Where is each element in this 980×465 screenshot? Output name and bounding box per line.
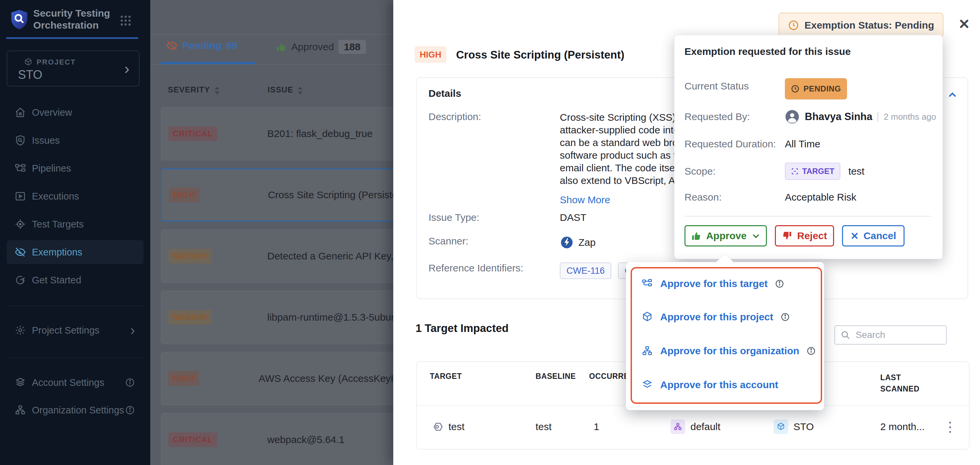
duration-label: Requested Duration: bbox=[684, 136, 776, 152]
chevron-down-icon bbox=[751, 231, 760, 240]
app-title: Security Testing Orchestration bbox=[33, 7, 133, 31]
menu-item-approve-target[interactable]: Approve for this target bbox=[641, 274, 784, 293]
column-issue[interactable]: ISSUE bbox=[267, 85, 303, 95]
tab-label: Approved bbox=[291, 41, 334, 53]
thumbs-down-icon bbox=[782, 231, 792, 241]
severity-badge-high: HIGH bbox=[415, 46, 447, 63]
requested-by-value: Bhavya Sinha 2 months ago bbox=[785, 109, 936, 125]
tab-pending[interactable]: Pending 65 bbox=[166, 40, 237, 51]
divider bbox=[150, 34, 393, 35]
col-target: TARGET bbox=[430, 372, 462, 381]
sidebar-accent-bar bbox=[6, 37, 138, 39]
issue-row[interactable]: MEDIUM libpam-runtime@1.5.3-5ubuntu5.1 bbox=[161, 291, 393, 344]
zap-scanner-icon bbox=[560, 236, 574, 250]
info-icon bbox=[125, 405, 135, 415]
pill-label: Exemption Status: Pending bbox=[805, 20, 934, 31]
clock-icon bbox=[788, 20, 799, 31]
play-icon bbox=[14, 191, 26, 202]
app-logo-shield-icon bbox=[9, 9, 30, 30]
sidebar-item-pipelines[interactable]: Pipelines bbox=[0, 154, 150, 182]
hexagon-target-icon bbox=[431, 421, 443, 433]
target-pipeline-icon bbox=[641, 278, 653, 289]
tab-approved[interactable]: Approved 188 bbox=[276, 40, 366, 54]
project-label: PROJECT bbox=[37, 58, 76, 67]
sidebar-item-project-settings[interactable]: Project Settings › bbox=[0, 316, 150, 344]
sidebar-item-test-targets[interactable]: Test Targets bbox=[0, 210, 150, 238]
target-cell[interactable]: test bbox=[431, 419, 465, 435]
issue-row[interactable]: CRITICAL B201: flask_debug_true bbox=[161, 107, 393, 160]
sidebar-item-label: Project Settings bbox=[32, 325, 99, 336]
sidebar-item-get-started[interactable]: Get Started bbox=[0, 266, 150, 294]
search-input[interactable] bbox=[855, 329, 936, 341]
avatar bbox=[785, 110, 800, 124]
col-baseline: BASELINE bbox=[536, 372, 576, 381]
org-chart-icon bbox=[641, 345, 653, 357]
approve-scope-dropdown: Approve for this target Approve for this… bbox=[626, 262, 824, 410]
sort-icon bbox=[214, 86, 220, 95]
kebab-menu-icon[interactable]: ⋮ bbox=[943, 419, 957, 435]
issue-row-selected[interactable]: HIGH Cross Site Scripting (Persistent) bbox=[161, 168, 393, 221]
sidebar-item-overview[interactable]: Overview bbox=[0, 99, 150, 126]
menu-item-label: Approve for this account bbox=[660, 379, 778, 390]
layers-icon bbox=[641, 379, 653, 390]
issue-title: B201: flask_debug_true bbox=[267, 128, 373, 139]
severity-badge: MEDIUM bbox=[168, 249, 212, 263]
sidebar-item-label: Executions bbox=[32, 191, 79, 202]
scanner-label: Scanner: bbox=[428, 236, 468, 247]
scope-label: Scope: bbox=[684, 163, 715, 179]
sidebar-item-label: Overview bbox=[32, 107, 72, 118]
menu-item-approve-project[interactable]: Approve for this project bbox=[641, 308, 790, 326]
show-more-link[interactable]: Show More bbox=[560, 194, 610, 205]
sidebar-item-label: Account Settings bbox=[32, 377, 104, 388]
get-started-icon bbox=[14, 274, 26, 286]
sidebar-item-executions[interactable]: Executions bbox=[0, 182, 150, 210]
layers-icon bbox=[14, 377, 26, 388]
eye-off-icon bbox=[14, 247, 26, 258]
target-scan-icon bbox=[791, 167, 799, 175]
info-icon bbox=[807, 346, 816, 355]
cancel-button[interactable]: ✕ Cancel bbox=[842, 225, 905, 247]
menu-item-approve-account[interactable]: Approve for this account bbox=[641, 376, 778, 394]
column-severity[interactable]: SEVERITY bbox=[168, 85, 220, 95]
sidebar-nav: Overview Issues Pipelines Executions Tes… bbox=[0, 99, 150, 294]
issue-title: AWS Access Key (AccessKeyId=AKIA... bbox=[259, 373, 393, 384]
reason-label: Reason: bbox=[684, 189, 722, 205]
info-icon bbox=[125, 377, 135, 387]
sidebar-item-account-settings[interactable]: Account Settings bbox=[0, 369, 150, 397]
sidebar-item-exemptions[interactable]: Exemptions bbox=[0, 238, 150, 266]
cube-icon bbox=[24, 58, 33, 67]
org-cell: default bbox=[670, 419, 721, 435]
issue-list: CRITICAL B201: flask_debug_true HIGH Cro… bbox=[161, 107, 393, 465]
issue-row[interactable]: HIGH AWS Access Key (AccessKeyId=AKIA... bbox=[161, 352, 393, 405]
exemption-status-pill[interactable]: Exemption Status: Pending bbox=[778, 13, 943, 38]
issues-shield-icon bbox=[14, 135, 26, 146]
sidebar-item-organization-settings[interactable]: Organization Settings bbox=[0, 396, 150, 424]
menu-item-label: Approve for this project bbox=[660, 311, 773, 323]
sidebar-item-label: Organization Settings bbox=[32, 405, 124, 416]
targets-search[interactable] bbox=[834, 325, 947, 345]
module-grid-icon[interactable] bbox=[119, 14, 132, 27]
home-icon bbox=[14, 107, 26, 118]
scope-value: TARGET test bbox=[785, 163, 864, 179]
issue-row[interactable]: CRITICAL webpack@5.64.1 bbox=[161, 413, 393, 465]
reference-chip[interactable]: CWE-116 bbox=[560, 263, 611, 279]
close-icon[interactable]: ✕ bbox=[958, 16, 970, 32]
menu-item-approve-organization[interactable]: Approve for this organization bbox=[641, 342, 816, 360]
x-icon: ✕ bbox=[850, 230, 859, 242]
popover-header: Exemption requested for this issue bbox=[684, 46, 851, 57]
issue-title: Detected a Generic API Key, potential... bbox=[267, 250, 393, 262]
sidebar-item-issues[interactable]: Issues bbox=[0, 126, 150, 154]
reject-button[interactable]: Reject bbox=[775, 225, 834, 247]
issue-title: webpack@5.64.1 bbox=[267, 434, 344, 445]
sort-icon bbox=[297, 86, 303, 95]
issue-row[interactable]: MEDIUM Detected a Generic API Key, poten… bbox=[161, 229, 393, 283]
scanner-value: Zap bbox=[560, 236, 596, 250]
severity-badge: CRITICAL bbox=[168, 432, 217, 447]
project-name: STO bbox=[18, 68, 42, 82]
target-icon bbox=[14, 218, 26, 230]
chevron-up-icon[interactable] bbox=[947, 90, 958, 100]
approve-button[interactable]: Approve bbox=[684, 225, 767, 247]
description-label: Description: bbox=[428, 111, 481, 123]
requester-name: Bhavya Sinha bbox=[805, 109, 872, 125]
project-selector[interactable]: PROJECT STO › bbox=[6, 51, 140, 86]
